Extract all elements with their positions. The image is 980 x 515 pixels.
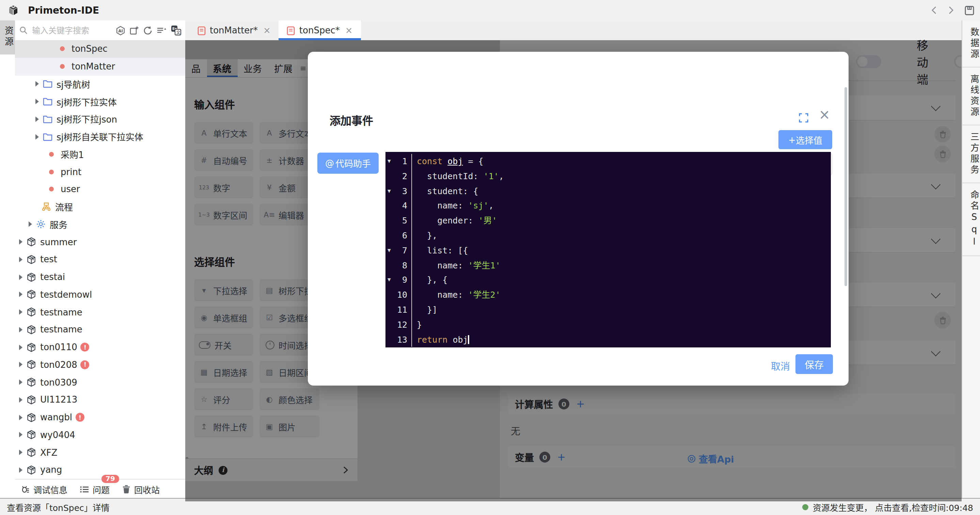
expand-arrow-icon[interactable]	[19, 309, 22, 315]
debug-info-button[interactable]: 调试信息	[21, 483, 67, 496]
rail-tab-resources[interactable]: 资源	[0, 21, 15, 54]
close-icon[interactable]: ×	[263, 25, 271, 35]
expand-arrow-icon[interactable]	[19, 432, 22, 438]
rail-tab-三方服务[interactable]: 三方服务	[962, 125, 980, 183]
expand-arrow-icon[interactable]	[19, 292, 22, 297]
nav-forward-icon[interactable]	[947, 5, 955, 15]
form-doc-icon	[197, 26, 206, 35]
tree-item-summer[interactable]: summer	[15, 233, 185, 251]
fold-arrow-icon[interactable]: ▼	[388, 183, 391, 199]
expand-arrow-icon[interactable]	[19, 450, 22, 455]
rail-tab-命名Sql[interactable]: 命名Sql	[962, 183, 980, 256]
expand-arrow-icon[interactable]	[35, 134, 39, 139]
tree-item-sj树形自关联下拉实体[interactable]: sj树形自关联下拉实体	[15, 128, 185, 146]
right-rail: 数据源离线资源三方服务命名Sql	[962, 21, 980, 498]
cancel-button[interactable]: 取消	[771, 359, 790, 373]
save-icon[interactable]	[964, 5, 975, 15]
expand-arrow-icon[interactable]	[19, 344, 22, 350]
tree-item-testdemowl[interactable]: testdemowl	[15, 286, 185, 303]
tree-item-采购1[interactable]: 采购1	[15, 145, 185, 163]
error-badge: !	[76, 413, 84, 422]
tree-item-sj树形下拉实体[interactable]: sj树形下拉实体	[15, 93, 185, 111]
tab-tonspec[interactable]: tonSpec* ×	[279, 21, 361, 40]
refresh-icon[interactable]	[143, 26, 153, 35]
tree-item-testai[interactable]: testai	[15, 268, 185, 286]
search-input[interactable]	[31, 25, 113, 36]
tree-item-label: sj树形自关联下拉实体	[57, 130, 143, 143]
expand-arrow-icon[interactable]	[19, 397, 22, 403]
tree-item-ton0110[interactable]: ton0110!	[15, 338, 185, 356]
tree-item-sj导航树[interactable]: sj导航树	[15, 75, 185, 93]
close-icon[interactable]: ×	[345, 25, 353, 35]
cube-icon	[26, 448, 36, 457]
tree-item-user[interactable]: user	[15, 180, 185, 198]
tree-item-wangbl[interactable]: wangbl!	[15, 409, 185, 426]
expand-arrow-icon[interactable]	[19, 467, 22, 473]
problems-button[interactable]: 问题 79	[80, 483, 110, 496]
fold-arrow-icon[interactable]: ▼	[388, 154, 391, 169]
fold-arrow-icon[interactable]: ▼	[388, 273, 391, 288]
tree-item-label: testname	[40, 325, 83, 335]
cube-icon	[26, 290, 36, 300]
status-left-text: 查看资源「tonSpec」详情	[7, 501, 110, 513]
expand-arrow-icon[interactable]	[19, 274, 22, 280]
expand-arrow-icon[interactable]	[35, 81, 39, 87]
save-button[interactable]: 保存	[795, 354, 833, 374]
nav-back-icon[interactable]	[930, 5, 938, 15]
expand-arrow-icon[interactable]	[19, 415, 22, 420]
tree-item-tonSpec[interactable]: tonSpec	[15, 40, 185, 58]
tree-item-label: XFZ	[40, 447, 57, 458]
left-rail: 资源	[0, 21, 16, 498]
tab-tonmatter[interactable]: tonMatter* ×	[189, 21, 279, 40]
expand-arrow-icon[interactable]	[19, 327, 22, 332]
pick-value-button[interactable]: +选择值	[778, 130, 832, 149]
expand-arrow-icon[interactable]	[29, 222, 32, 227]
rail-tab-数据源[interactable]: 数据源	[962, 21, 980, 67]
tree-item-wy0404[interactable]: wy0404	[15, 426, 185, 444]
tree-item-print[interactable]: print	[15, 163, 185, 181]
tree-item-label: sj导航树	[57, 78, 90, 91]
folder-icon	[42, 97, 52, 105]
expand-arrow-icon[interactable]	[19, 379, 22, 385]
tree-item-yang[interactable]: yang	[15, 461, 185, 479]
code-line: 6 },	[385, 228, 831, 243]
code-text: return obj	[412, 332, 469, 347]
status-dot-icon	[803, 504, 809, 510]
expand-arrow-icon[interactable]	[19, 362, 22, 368]
expand-arrow-icon[interactable]	[35, 99, 39, 104]
status-right-text[interactable]: 资源发生变更， 点击查看,检查时间:09:48	[803, 501, 973, 513]
expand-arrow-icon[interactable]	[19, 239, 22, 244]
collapse-all-icon[interactable]	[157, 26, 167, 35]
tree-item-流程[interactable]: 流程	[15, 198, 185, 216]
tree-item-sj树形下拉json[interactable]: sj树形下拉json	[15, 110, 185, 128]
expand-arrow-icon[interactable]	[19, 257, 22, 262]
rail-tab-离线资源[interactable]: 离线资源	[962, 67, 980, 125]
code-line: ▼1const obj = {	[385, 154, 831, 169]
expand-arrow-icon[interactable]	[35, 116, 39, 122]
tree-item-ton0208[interactable]: ton0208!	[15, 356, 185, 374]
new-resource-icon[interactable]	[129, 26, 139, 35]
fullscreen-icon[interactable]	[799, 113, 808, 123]
close-icon[interactable]: ×	[819, 108, 830, 121]
dot-icon	[57, 64, 67, 69]
tree-item-UI11213[interactable]: UI11213	[15, 391, 185, 409]
app-window: Primeton-IDE 资源 AI En文 tonSpectonMatters…	[0, 0, 980, 515]
recycle-bin-button[interactable]: 回收站	[122, 483, 160, 496]
tree-item-ton0309[interactable]: ton0309	[15, 374, 185, 391]
dot-icon	[46, 169, 57, 174]
code-assistant-button[interactable]: @代码助手	[317, 153, 379, 174]
tree-item-服务[interactable]: 服务	[15, 215, 185, 233]
tree-item-testname[interactable]: testname	[15, 303, 185, 321]
tree-item-testname[interactable]: testname	[15, 321, 185, 338]
tree-item-test[interactable]: test	[15, 251, 185, 268]
tree-item-tonMatter[interactable]: tonMatter	[15, 58, 185, 76]
code-text: name: '学生2'	[412, 287, 501, 303]
fold-arrow-icon[interactable]: ▼	[388, 243, 391, 258]
dialog-scrollbar[interactable]	[845, 87, 847, 286]
code-text: gender: '男'	[412, 213, 497, 228]
tree-item-XFZ[interactable]: XFZ	[15, 444, 185, 462]
translate-icon[interactable]: En文	[171, 25, 181, 35]
code-editor[interactable]: ▼1const obj = {2 studentId: '1',▼3 stude…	[385, 152, 831, 348]
assistant-icon: @	[325, 158, 334, 168]
ai-assistant-icon[interactable]: AI	[116, 26, 125, 35]
